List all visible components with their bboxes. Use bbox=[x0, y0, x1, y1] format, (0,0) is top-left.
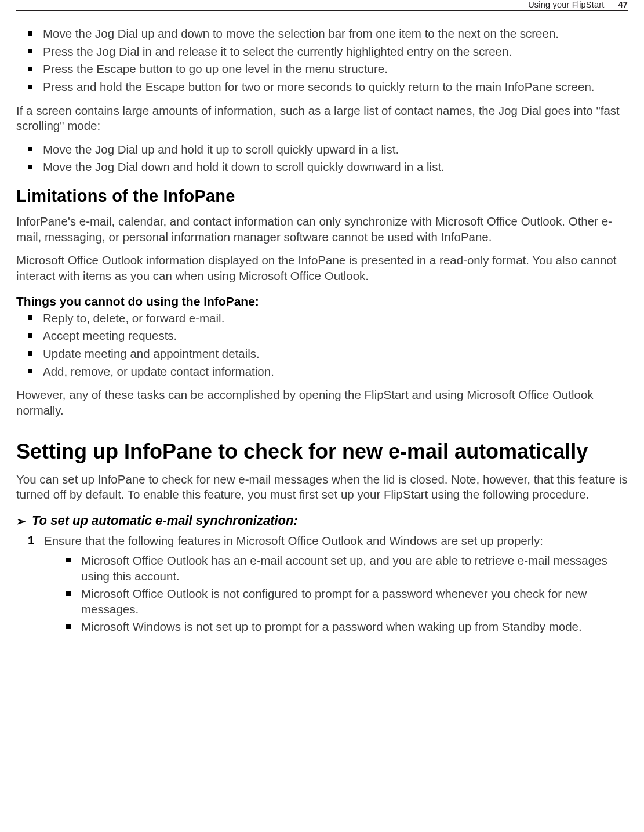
list-item: Move the Jog Dial up and down to move th… bbox=[16, 26, 628, 42]
arrow-icon: ➢ bbox=[16, 513, 26, 529]
list-item: Move the Jog Dial down and hold it down … bbox=[16, 159, 628, 175]
heading-setup: Setting up InfoPane to check for new e-m… bbox=[16, 439, 628, 464]
list-item: Press and hold the Escape button for two… bbox=[16, 79, 628, 95]
procedure-heading: ➢ To set up automatic e-mail synchroniza… bbox=[16, 513, 628, 529]
header-section: Using your FlipStart bbox=[528, 0, 604, 9]
step-subbullets: Microsoft Office Outlook has an e-mail a… bbox=[44, 553, 628, 635]
paragraph-fastscroll: If a screen contains large amounts of in… bbox=[16, 103, 628, 134]
list-item: Press the Jog Dial in and release it to … bbox=[16, 44, 628, 60]
header-page-number: 47 bbox=[618, 0, 628, 9]
list-item: Microsoft Windows is not set up to promp… bbox=[44, 619, 628, 635]
subhead-cannot: Things you cannot do using the InfoPane: bbox=[16, 295, 628, 308]
list-item: Microsoft Office Outlook is not configur… bbox=[44, 586, 628, 617]
procedure-title: To set up automatic e-mail synchronizati… bbox=[32, 513, 298, 528]
paragraph-limitations-1: InforPane's e-mail, calendar, and contac… bbox=[16, 214, 628, 245]
list-item: Press the Escape button to go up one lev… bbox=[16, 61, 628, 77]
step-text: Ensure that the following features in Mi… bbox=[44, 534, 543, 547]
list-item: Reply to, delete, or forward e-mail. bbox=[16, 311, 628, 326]
list-item: Move the Jog Dial up and hold it up to s… bbox=[16, 142, 628, 158]
list-item: Microsoft Office Outlook has an e-mail a… bbox=[44, 553, 628, 584]
list-item: Update meeting and appointment details. bbox=[16, 346, 628, 362]
bullets-top: Move the Jog Dial up and down to move th… bbox=[16, 26, 628, 95]
bullets-fastscroll: Move the Jog Dial up and hold it up to s… bbox=[16, 142, 628, 175]
step-number: 1 bbox=[28, 533, 34, 548]
heading-limitations: Limitations of the InfoPane bbox=[16, 187, 628, 206]
list-item: Add, remove, or update contact informati… bbox=[16, 364, 628, 380]
page-root: Using your FlipStart 47 Move the Jog Dia… bbox=[0, 0, 644, 666]
paragraph-however: However, any of these tasks can be accom… bbox=[16, 387, 628, 418]
bullets-cannot: Reply to, delete, or forward e-mail. Acc… bbox=[16, 311, 628, 380]
step-item: 1 Ensure that the following features in … bbox=[16, 533, 628, 635]
paragraph-setup: You can set up InfoPane to check for new… bbox=[16, 472, 628, 503]
paragraph-limitations-2: Microsoft Office Outlook information dis… bbox=[16, 253, 628, 284]
list-item: Accept meeting requests. bbox=[16, 328, 628, 344]
page-header: Using your FlipStart 47 bbox=[16, 0, 628, 11]
procedure-steps: 1 Ensure that the following features in … bbox=[16, 533, 628, 635]
